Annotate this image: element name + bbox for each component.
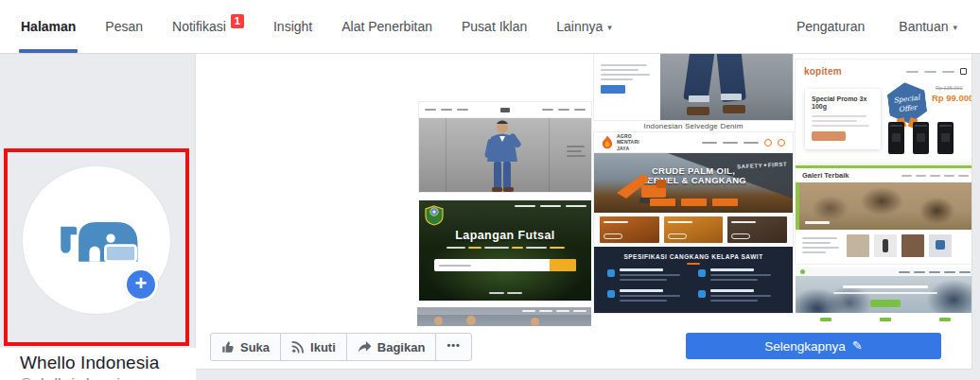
stat-placeholder — [939, 318, 951, 321]
spec-item — [607, 289, 689, 304]
spec-underline — [687, 263, 700, 265]
denim-caption: Indonesian Selvedge Denim — [594, 122, 793, 130]
cover-site-team — [417, 307, 591, 326]
admin-navbar-left: Halaman Pesan Notifikasi 1 Insight Alat … — [0, 0, 612, 53]
coffee-bag — [888, 122, 904, 154]
agro-logo-line: JAYA — [617, 146, 639, 151]
cover-site-futsal: Lapangan Futsal — [419, 200, 591, 301]
text-line — [812, 125, 869, 127]
text-line — [930, 175, 940, 177]
page-sidebar: + Whello Indonesia @whello.indonesia Ber… — [0, 54, 196, 380]
search-placeholder — [434, 265, 550, 267]
denim-cuff — [721, 94, 742, 100]
text-line — [522, 310, 535, 312]
text-line — [812, 120, 857, 122]
text-line — [916, 175, 926, 177]
see-more-button[interactable]: Selengkapnya ✎ — [686, 333, 941, 359]
nav-pengaturan[interactable]: Pengaturan — [796, 0, 865, 53]
shoe — [723, 105, 745, 113]
text-line — [710, 274, 771, 276]
jobs-nav-placeholder — [899, 271, 971, 273]
cover-site-agro: AGRO MENTARI JAYA SAFETY✦FIRST — [594, 132, 793, 313]
fashion-site-header — [419, 102, 591, 118]
artwork-thumbnail — [901, 234, 924, 257]
tab-alat-penerbitan[interactable]: Alat Penerbitan — [341, 0, 432, 53]
tab-label: Alat Penerbitan — [341, 19, 432, 34]
text-line — [515, 205, 535, 207]
spec-title: SPESIFIKASI CANGKANG KELAPA SAWIT — [594, 253, 793, 260]
follow-label: Ikuti — [310, 340, 336, 354]
agro-header: AGRO MENTARI JAYA — [594, 132, 793, 153]
nav-label: Bantuan — [899, 19, 948, 34]
add-profile-photo-button[interactable]: + — [124, 268, 158, 302]
futsal-footnote-placeholder — [419, 292, 591, 294]
text-line — [539, 310, 552, 312]
artwork-thumbnail — [874, 234, 897, 257]
search-icon — [764, 139, 772, 147]
tab-insight[interactable]: Insight — [273, 0, 312, 53]
profile-picture[interactable]: + — [22, 165, 171, 315]
agro-button — [681, 199, 707, 206]
gear-icon — [607, 290, 615, 298]
gallery-products — [796, 230, 971, 262]
agro-spec-section: SPESIFIKASI CANGKANG KELAPA SAWIT — [594, 247, 793, 313]
text-line — [484, 247, 509, 249]
droplet-icon — [698, 269, 706, 277]
card-title-placeholder — [731, 221, 756, 223]
text-line — [550, 247, 565, 249]
menu-icon — [778, 139, 785, 147]
promo-button — [812, 131, 846, 141]
plus-icon: + — [135, 271, 148, 295]
spec-item — [607, 268, 689, 284]
person-face — [531, 318, 539, 326]
tab-pusat-iklan[interactable]: Pusat Iklan — [462, 0, 527, 53]
cart-icon — [960, 68, 967, 75]
text-line — [802, 247, 839, 249]
text-line — [620, 289, 663, 292]
text-line — [802, 251, 826, 253]
agro-hero-buttons — [594, 199, 793, 206]
tab-notifikasi[interactable]: Notifikasi 1 — [172, 0, 244, 53]
text-line — [540, 205, 561, 207]
spec-grid — [594, 268, 793, 304]
shoe — [687, 107, 709, 115]
tab-pesan[interactable]: Pesan — [105, 0, 143, 53]
special-offer-badge: Special Offer — [885, 80, 928, 127]
share-button[interactable]: Bagikan — [346, 334, 436, 360]
futsal-subtitle-placeholder — [419, 247, 591, 249]
tab-lainnya[interactable]: Lainnya ▾ — [556, 0, 612, 53]
tab-halaman[interactable]: Halaman — [21, 0, 76, 53]
text-line — [723, 142, 738, 144]
text-line — [906, 71, 919, 73]
denim-text-panel — [594, 54, 660, 120]
text-line — [574, 109, 586, 111]
nav-bantuan[interactable]: Bantuan ▾ — [899, 0, 957, 53]
page-title[interactable]: Whello Indonesia — [20, 353, 186, 373]
jobs-subheadline-placeholder — [833, 292, 937, 294]
agro-card — [664, 216, 724, 243]
card-button-placeholder — [731, 233, 750, 239]
jobs-logo — [800, 269, 805, 274]
man-in-suit-figure — [476, 120, 529, 192]
card-button-placeholder — [604, 233, 622, 239]
follow-button[interactable]: Ikuti — [280, 334, 346, 360]
page-action-bar: Suka Ikuti Bagikan ••• Selengkapnya — [196, 326, 971, 369]
follow-icon — [291, 340, 305, 354]
page-username: @whello.indonesia — [20, 376, 186, 380]
admin-navbar-right: Pengaturan Bantuan ▾ — [796, 0, 980, 53]
more-actions-button[interactable]: ••• — [435, 334, 471, 360]
fashion-site-logo — [500, 108, 510, 112]
text-line — [446, 247, 465, 249]
futsal-search-bar — [434, 259, 576, 271]
spec-item — [698, 268, 779, 284]
admin-navbar: Halaman Pesan Notifikasi 1 Insight Alat … — [0, 0, 980, 54]
text-line — [744, 142, 759, 144]
cover-photo[interactable]: Lapangan Futsal — [196, 54, 971, 326]
person-face — [434, 317, 443, 325]
red-annotation-box: + — [4, 148, 189, 346]
person-face — [466, 316, 476, 325]
like-button[interactable]: Suka — [211, 334, 280, 360]
card-title-placeholder — [668, 221, 692, 223]
text-line — [512, 247, 523, 249]
agro-product-cards — [594, 213, 793, 247]
